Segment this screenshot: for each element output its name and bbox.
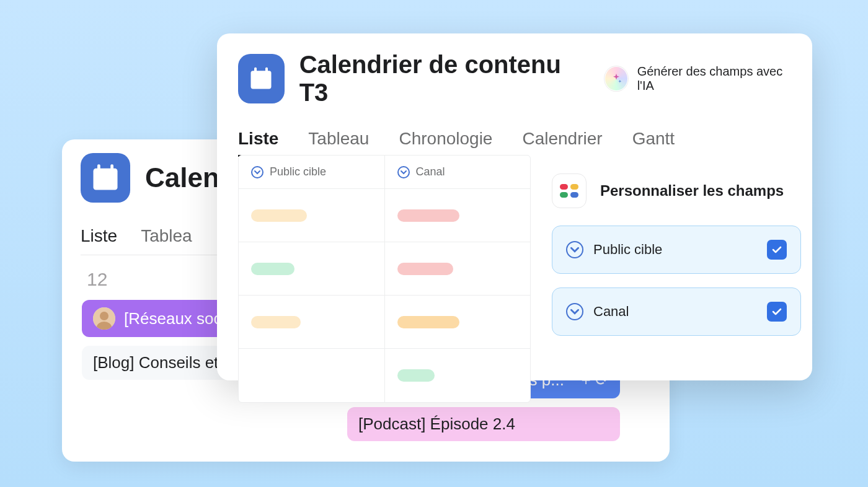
list-column-headers: Public cible Canal bbox=[239, 156, 530, 189]
event-label: [Réseaux soc bbox=[124, 309, 222, 328]
chevron-down-circle-icon bbox=[397, 166, 410, 178]
list-column-public-cible bbox=[239, 189, 385, 402]
tag-chip bbox=[397, 369, 435, 382]
back-title: Calen bbox=[145, 162, 219, 193]
checkbox-checked[interactable] bbox=[767, 302, 787, 322]
svg-rect-11 bbox=[265, 68, 268, 73]
event-podcast[interactable]: [Podcast] Épisode 2.4 bbox=[347, 407, 620, 441]
tag-chip bbox=[397, 316, 459, 328]
fields-icon bbox=[552, 173, 587, 208]
svg-rect-14 bbox=[560, 192, 568, 198]
chevron-down-circle-icon bbox=[566, 303, 583, 320]
field-option-label: Canal bbox=[593, 304, 757, 320]
list-cell[interactable] bbox=[385, 296, 531, 349]
list-rows bbox=[239, 189, 530, 402]
svg-rect-15 bbox=[570, 192, 578, 198]
svg-rect-9 bbox=[251, 71, 272, 89]
ai-generate-area[interactable]: Générer des champs avec l'IA bbox=[604, 64, 791, 93]
tag-chip bbox=[251, 316, 301, 328]
list-cell[interactable] bbox=[385, 189, 531, 242]
sparkle-icon bbox=[604, 66, 628, 92]
calendar-icon bbox=[238, 54, 285, 103]
svg-rect-0 bbox=[94, 169, 118, 190]
column-header-label: Public cible bbox=[270, 165, 326, 178]
field-option-public-cible[interactable]: Public cible bbox=[552, 226, 801, 274]
content-calendar-card: Calendrier de contenu T3 Générer des cha… bbox=[217, 33, 812, 380]
list-table: Public cible Canal bbox=[238, 155, 531, 403]
svg-rect-12 bbox=[560, 184, 568, 190]
view-tabs: Liste Tableau Chronologie Calendrier Gan… bbox=[238, 129, 791, 157]
column-header-public-cible[interactable]: Public cible bbox=[239, 156, 385, 188]
column-header-label: Canal bbox=[416, 165, 445, 178]
customize-title: Personnaliser les champs bbox=[600, 182, 784, 200]
svg-rect-1 bbox=[97, 164, 100, 171]
calendar-icon bbox=[81, 153, 130, 203]
ai-generate-label: Générer des champs avec l'IA bbox=[637, 64, 791, 93]
tag-chip bbox=[397, 209, 459, 222]
list-cell[interactable] bbox=[239, 242, 384, 296]
tag-chip bbox=[251, 263, 294, 275]
chevron-down-circle-icon bbox=[251, 166, 264, 178]
tab-gantt[interactable]: Gantt bbox=[632, 129, 675, 157]
svg-rect-2 bbox=[110, 164, 113, 171]
list-cell[interactable] bbox=[239, 189, 384, 242]
tab-chronologie[interactable]: Chronologie bbox=[399, 129, 492, 157]
list-cell[interactable] bbox=[385, 349, 531, 402]
list-column-canal bbox=[385, 189, 531, 402]
list-cell[interactable] bbox=[239, 349, 384, 402]
column-header-canal[interactable]: Canal bbox=[385, 156, 531, 188]
field-option-label: Public cible bbox=[593, 242, 757, 258]
tag-chip bbox=[397, 263, 453, 275]
list-cell[interactable] bbox=[385, 242, 531, 296]
avatar bbox=[93, 307, 115, 330]
customize-header: Personnaliser les champs bbox=[552, 173, 801, 208]
tab-tableau[interactable]: Tableau bbox=[308, 129, 369, 157]
svg-point-4 bbox=[100, 312, 108, 320]
tab-calendrier[interactable]: Calendrier bbox=[522, 129, 602, 157]
back-tab-tableau[interactable]: Tablea bbox=[141, 226, 192, 246]
front-header: Calendrier de contenu T3 Générer des cha… bbox=[238, 51, 791, 107]
svg-rect-13 bbox=[570, 184, 578, 190]
event-label: [Podcast] Épisode 2.4 bbox=[358, 415, 515, 434]
chevron-down-circle-icon bbox=[566, 241, 583, 258]
page-title: Calendrier de contenu T3 bbox=[299, 51, 577, 107]
list-cell[interactable] bbox=[239, 296, 384, 349]
tab-liste[interactable]: Liste bbox=[238, 129, 278, 157]
tag-chip bbox=[251, 209, 307, 222]
customize-fields-panel: Personnaliser les champs Public cible Ca… bbox=[552, 173, 801, 349]
svg-rect-10 bbox=[254, 68, 257, 73]
field-option-canal[interactable]: Canal bbox=[552, 287, 801, 336]
checkbox-checked[interactable] bbox=[767, 240, 787, 260]
back-tab-liste[interactable]: Liste bbox=[81, 226, 117, 246]
